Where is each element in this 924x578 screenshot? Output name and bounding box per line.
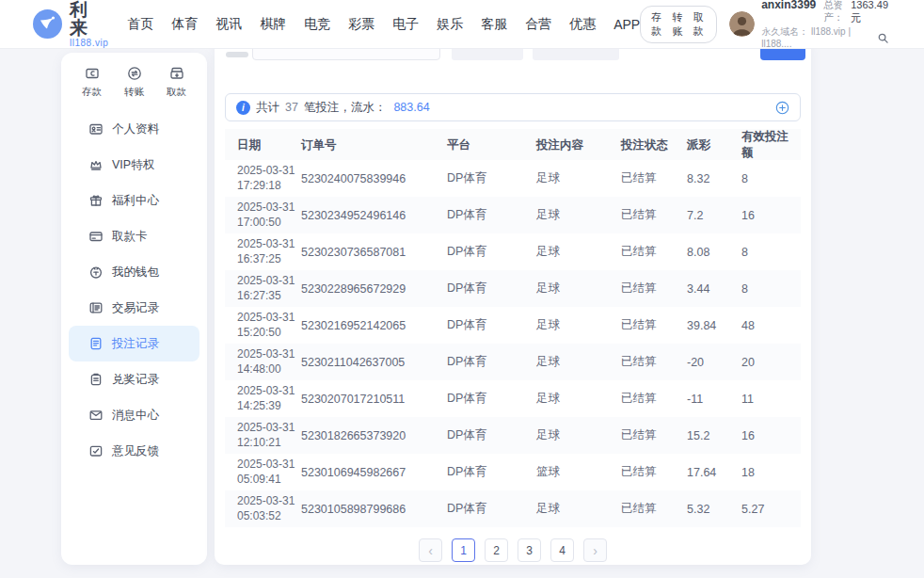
logo-icon (33, 9, 62, 39)
col-valid: 有效投注额 (741, 129, 789, 161)
nav-promo[interactable]: 优惠 (569, 16, 596, 33)
sidebar: 存款 转账 取款 个人资料 (61, 53, 207, 565)
bet-records-icon (88, 336, 104, 351)
bet-count: 37 (285, 101, 298, 114)
sidebar-item-bet-records[interactable]: 投注记录 (69, 326, 199, 361)
table-row: 2025-03-3114:48:00 5230211042637005 DP体育… (225, 344, 801, 380)
logo-title: 利 来 (70, 1, 115, 37)
top-header: 利 来 ll188.vip 首页 体育 视讯 棋牌 电竞 彩票 电子 娱乐 客服… (0, 0, 924, 49)
quick-transfer-label: 转账 (124, 86, 144, 99)
nav-entertainment[interactable]: 娱乐 (437, 16, 463, 33)
main-nav: 首页 体育 视讯 棋牌 电竞 彩票 电子 娱乐 客服 合营 优惠 APP (127, 16, 640, 33)
quick-deposit-button[interactable]: 存款 (82, 65, 102, 99)
summary-prefix: 共计 (256, 100, 279, 116)
prev-page-button[interactable]: ‹ (419, 538, 442, 562)
user-info[interactable]: anxin3399 总资产： 1363.49元 永久域名： ll188.vip … (729, 0, 888, 50)
feedback-icon (88, 443, 104, 458)
sidebar-item-transactions[interactable]: 交易记录 (69, 290, 199, 326)
quick-transfer-button[interactable]: 转账 (124, 65, 144, 99)
assets-value: 1363.49元 (851, 0, 888, 24)
quick-withdraw-label: 取款 (167, 86, 186, 99)
quick-deposit-label: 存款 (82, 86, 102, 99)
sidebar-item-messages[interactable]: 消息中心 (69, 397, 199, 433)
sidebar-item-label: 个人资料 (112, 121, 159, 137)
sidebar-item-wallet[interactable]: 我的钱包 (69, 254, 199, 290)
transfer-link[interactable]: 转账 (673, 10, 685, 39)
withdraw-link[interactable]: 取款 (693, 10, 706, 39)
wallet-icon (88, 265, 104, 280)
gift-icon (88, 193, 104, 208)
sidebar-item-welfare[interactable]: 福利中心 (69, 183, 199, 218)
sidebar-quick-actions: 存款 转账 取款 (61, 53, 207, 103)
table-body: 2025-03-3117:29:18 5230240075839946 DP体育… (225, 160, 801, 527)
sidebar-item-label: 消息中心 (112, 408, 159, 424)
table-row: 2025-03-3117:00:50 5230234952496146 DP体育… (225, 197, 801, 233)
clipboard-icon (88, 372, 104, 387)
user-avatar (729, 11, 755, 37)
bank-card-icon (88, 229, 104, 244)
sidebar-item-feedback[interactable]: 意见反馈 (69, 433, 199, 469)
site-logo[interactable]: 利 来 ll188.vip (33, 1, 115, 48)
sidebar-item-profile[interactable]: 个人资料 (69, 111, 199, 147)
sidebar-item-redeem-records[interactable]: 兑奖记录 (69, 361, 199, 397)
table-row: 2025-03-3105:03:52 5230105898799686 DP体育… (225, 490, 801, 527)
table-row: 2025-03-3116:37:25 5230230736587081 DP体育… (225, 233, 801, 270)
col-status: 投注状态 (621, 137, 687, 153)
username: anxin3399 (761, 0, 816, 12)
bet-records-panel: i 共计 37 笔投注，流水： 883.64 日期 订单号 平台 投注内容 投注… (215, 38, 811, 565)
nav-service[interactable]: 客服 (481, 16, 507, 33)
deposit-icon (84, 65, 101, 82)
filter-label (226, 52, 248, 57)
nav-live[interactable]: 视讯 (215, 16, 242, 33)
table-header: 日期 订单号 平台 投注内容 投注状态 派彩 有效投注额 (225, 129, 801, 160)
page-button-2[interactable]: 2 (485, 538, 508, 562)
nav-home[interactable]: 首页 (127, 16, 153, 33)
transfer-icon (126, 65, 143, 82)
nav-esports[interactable]: 电竞 (304, 16, 330, 33)
nav-cards[interactable]: 棋牌 (260, 16, 286, 33)
col-payout: 派彩 (687, 137, 741, 153)
quick-withdraw-button[interactable]: 取款 (167, 65, 186, 99)
header-right: 存款 转账 取款 anxin3399 总资产： 1363.49元 永久域名： (640, 0, 888, 50)
search-icon[interactable] (878, 33, 888, 43)
pagination: ‹ 1 2 3 4 › (215, 538, 811, 562)
sidebar-item-withdraw-card[interactable]: 取款卡 (69, 218, 199, 254)
sidebar-item-label: 兑奖记录 (112, 372, 159, 388)
page-button-1[interactable]: 1 (452, 538, 475, 562)
deposit-link[interactable]: 存款 (651, 10, 663, 39)
wallet-actions-pill: 存款 转账 取款 (640, 6, 717, 43)
sidebar-item-label: 我的钱包 (112, 265, 159, 281)
sidebar-menu: 个人资料 VIP特权 福利中心 取款卡 (61, 111, 207, 469)
nav-partner[interactable]: 合营 (525, 16, 551, 33)
page-button-3[interactable]: 3 (518, 538, 541, 562)
info-icon: i (236, 101, 250, 115)
crown-icon (88, 157, 104, 172)
nav-lottery[interactable]: 彩票 (348, 16, 374, 33)
sidebar-item-label: VIP特权 (112, 157, 154, 173)
col-platform: 平台 (447, 137, 536, 153)
nav-app[interactable]: APP (613, 17, 640, 32)
table-row: 2025-03-3115:20:50 5230216952142065 DP体育… (225, 307, 801, 344)
sidebar-item-label: 取款卡 (112, 229, 148, 245)
transaction-list-icon (88, 300, 104, 315)
bet-records-table: 日期 订单号 平台 投注内容 投注状态 派彩 有效投注额 2025-03-311… (225, 129, 801, 527)
sidebar-item-label: 投注记录 (112, 336, 159, 352)
table-row: 2025-03-3112:10:21 5230182665373920 DP体育… (225, 417, 801, 454)
permanent-domain: 永久域名： ll188.vip | ll188.... (761, 26, 874, 50)
nav-sports[interactable]: 体育 (171, 16, 198, 33)
next-page-button[interactable]: › (583, 538, 607, 562)
summary-middle: 笔投注，流水： (304, 100, 387, 116)
sidebar-item-label: 交易记录 (112, 300, 159, 316)
table-row: 2025-03-3114:25:39 5230207017210511 DP体育… (225, 380, 801, 417)
logo-domain: ll188.vip (70, 39, 115, 48)
col-content: 投注内容 (536, 137, 621, 153)
assets-label: 总资产： (823, 0, 843, 24)
envelope-icon (88, 408, 104, 423)
id-card-icon (88, 121, 104, 136)
sidebar-item-vip[interactable]: VIP特权 (69, 147, 199, 183)
nav-slots[interactable]: 电子 (392, 16, 419, 33)
table-row: 2025-03-3116:27:35 5230228965672929 DP体育… (225, 270, 801, 307)
page-button-4[interactable]: 4 (550, 538, 574, 562)
withdraw-icon (168, 65, 185, 82)
expand-plus-icon[interactable] (775, 101, 789, 115)
